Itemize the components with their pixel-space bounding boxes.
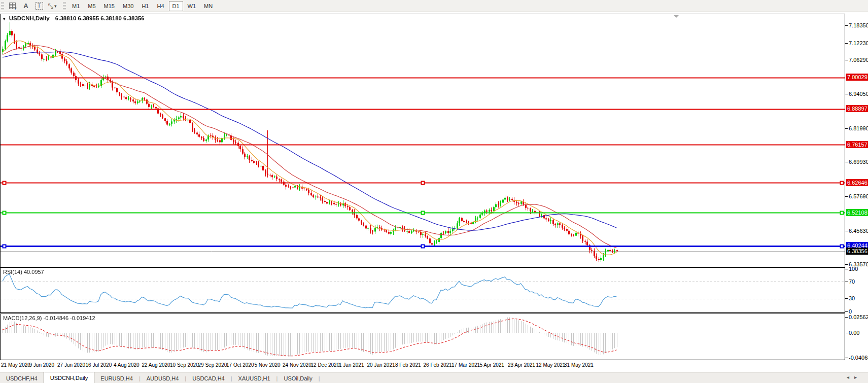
text-box-tool-button[interactable]: T (33, 1, 45, 12)
timeframe-button-h1[interactable]: H1 (138, 1, 152, 11)
date-axis: 21 May 20209 Jun 202027 Jun 202016 Jul 2… (0, 360, 845, 372)
rsi-axis-label: 70 (849, 278, 855, 285)
price-axis-tick (845, 94, 848, 94)
level-price-tag[interactable]: 7.00029 (846, 74, 868, 81)
price-axis-tick (845, 60, 848, 60)
chart-symbol-label: USDCNH,Daily (9, 15, 50, 21)
price-axis-label: 6.45630 (849, 228, 868, 234)
date-axis-label: 9 Jun 2020 (29, 362, 55, 368)
rsi-indicator-canvas[interactable] (0, 267, 845, 313)
date-axis-label: 1 Jan 2021 (339, 362, 364, 368)
current-price-tag: 6.38356 (846, 248, 868, 255)
tab-separator: | (319, 373, 320, 383)
macd-axis-label: 0.025623 (849, 314, 868, 320)
chart-tab-bar: USDCHF,H4USDCNH,DailyEURUSD,H4|AUDUSD,H4… (0, 372, 868, 383)
macd-label: MACD(12,26,9) -0.014846 -0.019412 (3, 315, 95, 321)
date-axis-label: 8 Feb 2021 (395, 362, 421, 368)
macd-axis-tick (845, 333, 848, 333)
main-chart-canvas[interactable] (0, 14, 845, 267)
rsi-axis-tick (845, 311, 848, 312)
date-axis-label: 12 Dec 2020 (311, 362, 340, 368)
date-axis-label: 22 Aug 2020 (142, 362, 170, 368)
date-axis-label: 5 Nov 2020 (255, 362, 281, 368)
pointer-tools-button[interactable]: ⤡ ▾ (46, 1, 58, 12)
tab-scroll-arrows[interactable]: ◂▸ (847, 374, 862, 380)
date-axis-label: 4 Aug 2020 (114, 362, 140, 368)
price-axis-label: 7.06290 (849, 57, 868, 63)
toolbar-grip[interactable] (63, 2, 66, 10)
dropdown-caret-icon: ▾ (54, 4, 57, 9)
timeframe-button-m1[interactable]: M1 (68, 1, 83, 11)
price-axis-label: 6.81990 (849, 125, 868, 131)
trading-platform-window: F A T ⤡ ▾ M1M5M15M30H1H4D1W1MN ▾ USDCNH,… (0, 0, 868, 383)
date-axis-label: 21 May 2020 (1, 362, 30, 368)
price-axis-label: 7.12230 (849, 40, 868, 46)
macd-axis-label: -0.040687 (849, 355, 868, 361)
tab-usoil-daily[interactable]: USOil,Daily (277, 373, 318, 383)
timeframe-button-h4[interactable]: H4 (153, 1, 167, 11)
chart-title-caret-icon: ▾ (3, 16, 6, 21)
text-box-tool-icon: T (36, 2, 43, 10)
price-axis-tick (845, 162, 848, 162)
date-axis-label: 5 Apr 2021 (480, 362, 504, 368)
date-axis-label: 20 Jan 2021 (367, 362, 395, 368)
price-axis-tick (845, 25, 848, 26)
timeframe-button-m15[interactable]: M15 (100, 1, 118, 11)
level-price-tag[interactable]: 6.52108 (846, 209, 868, 216)
macd-axis-label: 0.00 (849, 330, 859, 336)
pointer-tools-icon: ⤡ (48, 2, 53, 10)
macd-indicator-canvas[interactable] (0, 314, 845, 360)
level-price-tag[interactable]: 6.76157 (846, 141, 868, 148)
timeframe-button-group: M1M5M15M30H1H4D1W1MN (68, 1, 217, 11)
tab-scroll-left-icon[interactable]: ◂ (847, 374, 854, 380)
date-axis-label: 12 May 2021 (536, 362, 566, 368)
timeframe-button-mn[interactable]: MN (200, 1, 216, 11)
timeframe-button-w1[interactable]: W1 (184, 1, 200, 11)
text-label-tool-icon: A (23, 2, 28, 10)
date-axis-label: 17 Oct 2020 (226, 362, 254, 368)
rsi-label: RSI(14) 40.0957 (3, 269, 44, 275)
date-axis-label: 10 Sep 2020 (170, 362, 199, 368)
price-axis-tick (845, 231, 848, 231)
timeframe-button-m5[interactable]: M5 (84, 1, 99, 11)
fibo-grid-tool-icon: F (9, 3, 16, 9)
level-price-tag[interactable]: 6.62646 (846, 179, 868, 186)
price-axis-label: 6.69930 (849, 159, 868, 165)
level-price-tag[interactable]: 6.88897 (846, 105, 868, 112)
top-toolbar: F A T ⤡ ▾ M1M5M15M30H1H4D1W1MN (0, 0, 868, 12)
rsi-axis-label: 30 (849, 295, 855, 301)
fibo-grid-tool-button[interactable]: F (7, 1, 19, 12)
toolbar-grip[interactable] (1, 2, 4, 10)
macd-axis-tick (845, 358, 848, 358)
tab-xauusd-h1[interactable]: XAUUSD,H1 (232, 373, 276, 383)
date-axis-label: 27 Jun 2020 (57, 362, 85, 368)
date-axis-label: 24 Nov 2020 (283, 362, 311, 368)
tab-scroll-right-icon[interactable]: ▸ (854, 374, 862, 380)
tab-eurusd-h4[interactable]: EURUSD,H4 (94, 373, 139, 383)
date-axis-label: 16 Jul 2020 (86, 362, 112, 368)
rsi-axis-tick (845, 282, 848, 282)
text-label-tool-button[interactable]: A (20, 1, 32, 12)
date-axis-label: 31 May 2021 (564, 362, 594, 368)
date-axis-label: 23 Apr 2021 (508, 362, 535, 368)
timeframe-button-m30[interactable]: M30 (119, 1, 137, 11)
chart-title: ▾ USDCNH,Daily 6.38810 6.38955 6.38180 6… (3, 15, 145, 21)
price-axis-tick (845, 128, 848, 129)
tab-usdcnh-daily[interactable]: USDCNH,Daily (44, 372, 95, 383)
price-axis-tick (845, 264, 848, 265)
price-axis-tick (845, 196, 848, 197)
chart-ohlc-values: 6.38810 6.38955 6.38180 6.38356 (55, 15, 145, 21)
price-axis-label: 6.94050 (849, 91, 868, 97)
price-axis-label: 6.57690 (849, 193, 868, 199)
date-axis-label: 26 Feb 2021 (424, 362, 452, 368)
price-axis-tick (845, 43, 848, 44)
date-axis-label: 17 Mar 2021 (452, 362, 480, 368)
tab-usdcad-h4[interactable]: USDCAD,H4 (186, 373, 231, 383)
tab-usdchf-h4[interactable]: USDCHF,H4 (0, 373, 44, 383)
tab-audusd-h4[interactable]: AUDUSD,H4 (141, 373, 185, 383)
timeframe-button-d1[interactable]: D1 (169, 1, 183, 11)
rsi-axis-tick (845, 298, 848, 299)
rsi-axis-tick (845, 269, 848, 269)
price-axis-label: 7.18350 (849, 22, 868, 28)
rsi-axis-label: 100 (849, 266, 858, 272)
